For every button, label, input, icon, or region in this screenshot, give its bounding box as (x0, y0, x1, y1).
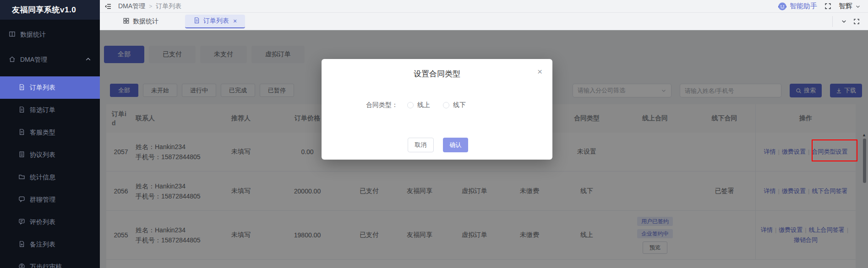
chevron-down-icon (855, 4, 861, 9)
navbar-right: 智能助手 智辉 (778, 2, 861, 11)
sidebar-item-label: 备注列表 (30, 241, 100, 249)
tab-label: 订单列表 (203, 17, 229, 25)
book-icon (9, 31, 16, 39)
chat-icon (18, 196, 25, 204)
tab-close-icon[interactable]: × (233, 17, 237, 25)
sidebar-item-7[interactable]: 群聊管理 (0, 188, 100, 211)
sidebar-item-label: 订单列表 (30, 84, 100, 92)
sidebar-item-2[interactable]: 订单列表 (0, 76, 100, 99)
sidebar-item-label: 筛选订单 (30, 106, 100, 114)
radio-circle-icon[interactable] (407, 102, 414, 108)
tabs-container: 数据统计订单列表× (116, 15, 245, 28)
radio-offline[interactable]: 线下 (443, 101, 466, 109)
sidebar-item-9[interactable]: 备注列表 (0, 233, 100, 256)
sidebar-item-0[interactable]: 数据统计 (0, 23, 100, 46)
sidebar-item-4[interactable]: 客服类型 (0, 121, 100, 144)
sidebar-item-6[interactable]: 统计信息 (0, 166, 100, 188)
tab-bar: 数据统计订单列表× (100, 13, 868, 30)
ai-assistant-button[interactable]: 智能助手 (778, 2, 817, 11)
radio-circle-icon[interactable] (443, 102, 449, 108)
cancel-button[interactable]: 取消 (408, 138, 434, 152)
user-menu[interactable]: 智辉 (839, 2, 861, 11)
username: 智辉 (839, 2, 852, 11)
sidebar-item-label: DMA管理 (20, 56, 80, 64)
breadcrumb-order-list: 订单列表 (156, 2, 181, 11)
tabbar-actions (832, 16, 868, 27)
doc-icon (18, 106, 25, 114)
sidebar-item-label: 客服类型 (30, 129, 100, 137)
sidebar: 友福同享系统v1.0 数据统计DMA管理订单列表筛选订单客服类型协议列表统计信息… (0, 0, 100, 268)
sidebar-menu: 数据统计DMA管理订单列表筛选订单客服类型协议列表统计信息群聊管理评价列表备注列… (0, 20, 100, 268)
chat2-icon (18, 218, 25, 226)
app-logo: 友福同享系统v1.0 (0, 0, 100, 20)
confirm-button[interactable]: 确认 (443, 138, 468, 152)
sidebar-item-3[interactable]: 筛选订单 (0, 99, 100, 121)
tab-1[interactable]: 订单列表× (185, 15, 245, 28)
sidebar-collapse-icon[interactable] (104, 3, 112, 10)
radio-online-label: 线上 (417, 101, 430, 109)
radio-online[interactable]: 线上 (407, 101, 430, 109)
home-icon (9, 56, 16, 64)
user-icon (18, 263, 25, 268)
top-navbar: DMA管理 > 订单列表 智能助手 智辉 (100, 0, 868, 13)
dialog-close-icon[interactable]: × (537, 67, 542, 76)
dialog-title: 设置合同类型 (322, 59, 552, 79)
tab-fullscreen-icon[interactable] (853, 18, 860, 25)
contract-type-label: 合同类型： (366, 101, 398, 109)
sidebar-item-label: 万步行审核 (30, 263, 100, 268)
folder-icon (18, 173, 25, 182)
sidebar-item-label: 协议列表 (30, 151, 100, 159)
tab-0[interactable]: 数据统计 (116, 15, 165, 28)
contract-type-dialog: 设置合同类型 × 合同类型： 线上 线下 取消 确认 (322, 59, 552, 160)
ai-assistant-label: 智能助手 (790, 2, 817, 11)
sidebar-item-8[interactable]: 评价列表 (0, 211, 100, 233)
fullscreen-icon[interactable] (824, 3, 831, 10)
breadcrumb-dma[interactable]: DMA管理 (118, 2, 145, 11)
doc2-icon (18, 151, 25, 159)
doc-icon (18, 84, 25, 92)
tab-label: 数据统计 (133, 17, 158, 26)
sidebar-item-label: 数据统计 (20, 31, 100, 39)
doc-icon (18, 129, 25, 137)
sidebar-item-label: 群聊管理 (30, 196, 100, 204)
breadcrumb-separator: > (149, 3, 152, 10)
chevron-up-icon (85, 56, 92, 64)
docplus-icon (18, 241, 25, 249)
sidebar-item-label: 统计信息 (30, 173, 100, 182)
sidebar-item-label: 评价列表 (30, 218, 100, 226)
radio-offline-label: 线下 (453, 101, 466, 109)
grid-icon (123, 17, 130, 26)
sidebar-item-5[interactable]: 协议列表 (0, 144, 100, 166)
dialog-footer: 取消 确认 (408, 138, 468, 152)
sidebar-item-10[interactable]: 万步行审核 (0, 256, 100, 268)
contract-type-field: 合同类型： 线上 线下 (366, 101, 466, 109)
doc-icon (193, 17, 200, 25)
sidebar-item-1[interactable]: DMA管理 (0, 48, 100, 71)
tab-menu-chevron-icon[interactable] (841, 18, 847, 24)
robot-icon (778, 2, 787, 11)
